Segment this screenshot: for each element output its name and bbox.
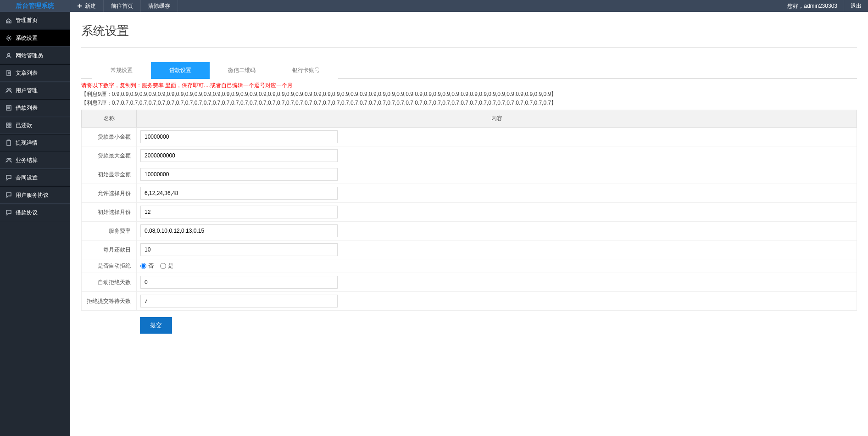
data-line-1: 【利息9厘：0.9,0.9,0.9,0.9,0.9,0.9,0.9,0.9,0.… bbox=[81, 90, 857, 98]
sidebar-item-repaid[interactable]: 已还款 bbox=[0, 117, 70, 134]
svg-point-2 bbox=[7, 89, 9, 90]
logout-label: 退出 bbox=[851, 2, 862, 10]
svg-point-1 bbox=[8, 54, 10, 56]
user-icon bbox=[6, 52, 12, 59]
sidebar-item-label: 合同设置 bbox=[16, 174, 38, 182]
sidebar-item-user-agree[interactable]: 用户服务协议 bbox=[0, 186, 70, 204]
svg-point-11 bbox=[9, 158, 11, 160]
main-content: 系统设置 常规设置贷款设置微信二维码银行卡账号 请将以下数字，复制到：服务费率 … bbox=[70, 12, 868, 354]
sidebar-item-label: 文章列表 bbox=[16, 69, 38, 77]
sidebar-item-label: 管理首页 bbox=[16, 17, 38, 24]
tab-bank[interactable]: 银行卡账号 bbox=[274, 62, 338, 79]
chat-icon bbox=[6, 209, 12, 216]
label-reject-days: 自动拒绝天数 bbox=[82, 273, 137, 292]
th-name: 名称 bbox=[82, 110, 137, 128]
input-wait-days[interactable] bbox=[140, 295, 338, 307]
sidebar-item-settings[interactable]: 系统设置 bbox=[0, 29, 70, 47]
plus-icon bbox=[78, 4, 82, 8]
input-reject-days[interactable] bbox=[140, 276, 338, 289]
svg-rect-8 bbox=[9, 126, 11, 128]
users-icon bbox=[6, 87, 12, 94]
sidebar-item-loans[interactable]: 借款列表 bbox=[0, 99, 70, 117]
sidebar-item-loan-agree[interactable]: 借款协议 bbox=[0, 204, 70, 221]
goto-home-button[interactable]: 前往首页 bbox=[104, 0, 141, 12]
input-months-allow[interactable] bbox=[140, 187, 338, 200]
th-content: 内容 bbox=[137, 110, 857, 128]
gear-icon bbox=[6, 35, 12, 41]
auto-reject-radio-group: 否 是 bbox=[140, 262, 853, 270]
config-table: 名称 内容 贷款最小金额 贷款最大金额 初始显示金额 允许选择月份 初始 bbox=[81, 110, 857, 311]
label-months-init: 初始选择月份 bbox=[82, 203, 137, 222]
label-service-rate: 服务费率 bbox=[82, 222, 137, 240]
clear-cache-button[interactable]: 清除缓存 bbox=[141, 0, 178, 12]
svg-rect-7 bbox=[6, 126, 8, 128]
users-icon bbox=[6, 157, 12, 163]
label-init-amount: 初始显示金额 bbox=[82, 165, 137, 184]
radio-no[interactable] bbox=[140, 263, 146, 269]
svg-point-0 bbox=[8, 37, 10, 39]
svg-point-10 bbox=[7, 158, 9, 160]
radio-yes-label: 是 bbox=[168, 262, 173, 270]
input-min-amount[interactable] bbox=[140, 130, 338, 143]
spacer bbox=[178, 0, 781, 12]
svg-rect-6 bbox=[9, 123, 11, 125]
clip-icon bbox=[6, 140, 12, 146]
sidebar: 管理首页系统设置网站管理员文章列表用户管理借款列表已还款提现详情业务结算合同设置… bbox=[0, 12, 70, 354]
sidebar-item-label: 用户管理 bbox=[16, 87, 38, 95]
chat-icon bbox=[6, 192, 12, 198]
radio-yes[interactable] bbox=[160, 263, 166, 269]
input-init-amount[interactable] bbox=[140, 168, 338, 181]
svg-rect-9 bbox=[7, 140, 11, 145]
label-months-allow: 允许选择月份 bbox=[82, 184, 137, 203]
sidebar-item-label: 用户服务协议 bbox=[16, 191, 49, 199]
tab-general[interactable]: 常规设置 bbox=[92, 62, 151, 79]
sidebar-item-label: 系统设置 bbox=[16, 34, 38, 42]
tab-loan[interactable]: 贷款设置 bbox=[151, 62, 210, 79]
list-icon bbox=[6, 105, 12, 111]
tab-wechat[interactable]: 微信二维码 bbox=[210, 62, 274, 79]
input-max-amount[interactable] bbox=[140, 149, 338, 162]
sidebar-item-label: 借款协议 bbox=[16, 209, 38, 217]
home-icon bbox=[6, 17, 12, 24]
new-label: 新建 bbox=[85, 2, 96, 10]
chat-icon bbox=[6, 174, 12, 181]
sidebar-item-contract[interactable]: 合同设置 bbox=[0, 169, 70, 186]
radio-yes-wrap[interactable]: 是 bbox=[160, 262, 173, 270]
sidebar-item-biz[interactable]: 业务结算 bbox=[0, 151, 70, 169]
input-service-rate[interactable] bbox=[140, 224, 338, 237]
logout-button[interactable]: 退出 bbox=[844, 0, 868, 12]
sidebar-item-users[interactable]: 用户管理 bbox=[0, 82, 70, 99]
input-repay-day[interactable] bbox=[140, 243, 338, 256]
grid-icon bbox=[6, 122, 12, 129]
clear-cache-label: 清除缓存 bbox=[148, 2, 170, 10]
sidebar-item-label: 已还款 bbox=[16, 122, 32, 129]
sidebar-item-label: 网站管理员 bbox=[16, 52, 43, 60]
tabs: 常规设置贷款设置微信二维码银行卡账号 bbox=[81, 61, 857, 79]
label-wait-days: 拒绝提交等待天数 bbox=[82, 292, 137, 311]
sidebar-item-manager[interactable]: 网站管理员 bbox=[0, 47, 70, 64]
label-auto-reject: 是否自动拒绝 bbox=[82, 259, 137, 273]
sidebar-item-articles[interactable]: 文章列表 bbox=[0, 64, 70, 82]
new-button[interactable]: 新建 bbox=[70, 0, 104, 12]
input-months-init[interactable] bbox=[140, 206, 338, 218]
svg-rect-5 bbox=[6, 123, 8, 125]
sidebar-item-withdraw[interactable]: 提现详情 bbox=[0, 134, 70, 151]
radio-no-label: 否 bbox=[148, 262, 154, 270]
page-title: 系统设置 bbox=[81, 17, 857, 48]
doc-icon bbox=[6, 70, 12, 76]
data-line-2: 【利息7厘：0.7,0.7,0.7,0.7,0.7,0.7,0.7,0.7,0.… bbox=[81, 99, 857, 107]
label-max-amount: 贷款最大金额 bbox=[82, 146, 137, 165]
label-min-amount: 贷款最小金额 bbox=[82, 128, 137, 146]
label-repay-day: 每月还款日 bbox=[82, 240, 137, 259]
brand-title: 后台管理系统 bbox=[0, 0, 70, 12]
sidebar-item-label: 提现详情 bbox=[16, 139, 38, 147]
sidebar-item-dashboard[interactable]: 管理首页 bbox=[0, 12, 70, 29]
warning-text: 请将以下数字，复制到：服务费率 里面，保存即可....或者自己编辑一个逗号对应一… bbox=[81, 82, 857, 89]
goto-home-label: 前往首页 bbox=[111, 2, 133, 10]
radio-no-wrap[interactable]: 否 bbox=[140, 262, 154, 270]
sidebar-item-label: 业务结算 bbox=[16, 157, 38, 164]
submit-button[interactable]: 提交 bbox=[140, 317, 172, 334]
topbar: 后台管理系统 新建 前往首页 清除缓存 您好，admin230303 退出 bbox=[0, 0, 868, 12]
sidebar-item-label: 借款列表 bbox=[16, 104, 38, 112]
svg-point-3 bbox=[9, 89, 11, 90]
